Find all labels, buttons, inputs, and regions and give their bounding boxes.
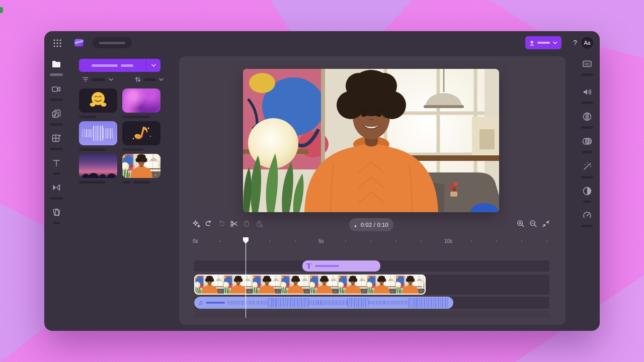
record-camera-tab[interactable] — [50, 83, 62, 96]
media-item-abstract-purple[interactable] — [122, 88, 160, 120]
split-scissors-button[interactable] — [229, 219, 238, 228]
ruler-tick — [345, 241, 346, 242]
sunset-landscape-thumbnail[interactable] — [79, 154, 117, 178]
media-item-sunset-landscape[interactable] — [79, 154, 117, 185]
project-title-field[interactable] — [93, 37, 132, 48]
speaker-icon — [582, 86, 593, 98]
panel-item-speed[interactable] — [580, 210, 594, 227]
sort-arrows-icon — [134, 75, 142, 83]
panel-item-filters[interactable] — [580, 111, 594, 129]
media-item-emoji-hug[interactable] — [79, 88, 117, 120]
panel-item-captions[interactable]: CC — [580, 58, 594, 76]
redo-button[interactable] — [217, 219, 226, 228]
export-button[interactable] — [525, 36, 561, 49]
chevron-down-icon — [158, 77, 164, 82]
panel-item-effects[interactable] — [580, 161, 594, 178]
playhead[interactable] — [243, 237, 249, 318]
audio-waveform-thumbnail[interactable] — [79, 121, 117, 145]
captions-button[interactable]: CC — [581, 58, 593, 70]
trim-handle-left[interactable] — [197, 282, 198, 288]
filters-button[interactable] — [581, 111, 593, 123]
video-clip-selected[interactable] — [194, 275, 426, 295]
content-library-icon-button[interactable] — [50, 108, 62, 120]
panel-item-fade[interactable] — [580, 186, 594, 203]
redacted-button-label — [92, 64, 118, 67]
sidebar-item-your-media[interactable] — [49, 58, 63, 76]
transitions-icon — [51, 182, 62, 193]
svg-text:CC: CC — [585, 62, 590, 66]
ruler-tick — [395, 241, 396, 242]
brand-kit-icon-button[interactable] — [50, 207, 62, 219]
speed-button[interactable] — [581, 210, 593, 222]
audio-waveform — [228, 297, 448, 309]
camera-icon — [51, 83, 62, 95]
zoom-out-button[interactable] — [529, 219, 538, 228]
sidebar-item-brand-kit[interactable] — [49, 207, 63, 224]
filmstrip-frame — [195, 276, 224, 294]
app-launcher-button[interactable] — [52, 38, 62, 48]
lock-button[interactable] — [255, 219, 264, 228]
redacted-rail-label — [581, 176, 594, 178]
magic-tools-button[interactable] — [192, 219, 201, 228]
zoom-in-button[interactable] — [516, 219, 525, 228]
media-item-person-video[interactable] — [122, 154, 160, 185]
undo-button[interactable] — [204, 219, 213, 228]
play-button[interactable] — [354, 222, 357, 228]
templates-grid-icon-button[interactable] — [50, 133, 62, 145]
brand-kit-icon — [51, 207, 62, 218]
transitions-icon-button[interactable] — [50, 182, 62, 194]
music-note-thumbnail[interactable] — [122, 121, 160, 145]
account-avatar[interactable]: Aa — [581, 36, 594, 49]
captions-icon: CC — [582, 58, 593, 69]
delete-button[interactable] — [242, 219, 251, 228]
redacted-rail-label — [582, 225, 593, 227]
desktop-background: ? Aa — [0, 0, 644, 362]
sort-dropdown[interactable] — [134, 75, 164, 83]
sidebar-item-content-library[interactable] — [49, 108, 63, 126]
person-video-thumbnail[interactable] — [122, 154, 160, 178]
audio-volume-button[interactable] — [581, 86, 593, 99]
panel-item-adjust-colors[interactable] — [580, 136, 594, 153]
filter-dropdown[interactable] — [82, 75, 114, 83]
redacted-rail-label — [50, 99, 63, 101]
redacted-media-label — [122, 148, 143, 151]
fade-contrast-button[interactable] — [581, 186, 593, 198]
lock-icon — [255, 219, 264, 228]
music-note-icon: ♫ — [198, 300, 203, 306]
video-preview[interactable] — [243, 69, 499, 212]
sidebar-item-record-create[interactable] — [49, 83, 63, 101]
adjust-colors-button[interactable] — [581, 136, 593, 148]
ruler-tick — [270, 241, 271, 242]
help-button[interactable]: ? — [570, 37, 581, 48]
redacted-rail-label — [53, 222, 60, 224]
abstract-purple-thumbnail[interactable] — [122, 88, 160, 113]
filter-icon — [82, 75, 90, 83]
filmstrip-frame — [396, 276, 425, 294]
import-options-chevron[interactable] — [146, 63, 160, 68]
redacted-rail-label — [581, 102, 593, 104]
redacted-media-label — [79, 181, 105, 184]
filters-circle-icon — [582, 111, 593, 122]
playhead-line — [246, 244, 247, 318]
playhead-cap[interactable] — [243, 237, 249, 244]
fit-to-screen-button[interactable] — [541, 219, 550, 228]
emoji-hug-thumbnail[interactable] — [79, 88, 117, 113]
audio-clip[interactable]: ♫ — [194, 297, 453, 309]
trim-handle-right[interactable] — [422, 282, 423, 288]
effects-wand-button[interactable] — [581, 161, 593, 173]
sidebar-item-templates[interactable] — [49, 133, 63, 150]
sidebar-item-text[interactable] — [49, 157, 63, 175]
media-item-music-note[interactable] — [122, 121, 160, 152]
media-item-audio-waveform[interactable] — [79, 121, 117, 152]
text-clip-icon: T — [306, 263, 311, 269]
text-tab[interactable] — [50, 157, 62, 169]
redacted-media-label — [79, 148, 105, 151]
your-media-tab[interactable] — [50, 58, 62, 70]
redacted-rail-label — [581, 73, 593, 76]
chevron-down-icon — [552, 40, 558, 45]
import-media-button[interactable] — [79, 59, 160, 72]
text-clip[interactable]: T — [302, 260, 380, 272]
sidebar-item-transitions[interactable] — [49, 182, 63, 200]
panel-item-audio[interactable] — [580, 86, 594, 104]
ruler-label-10s: 10s — [444, 238, 452, 244]
